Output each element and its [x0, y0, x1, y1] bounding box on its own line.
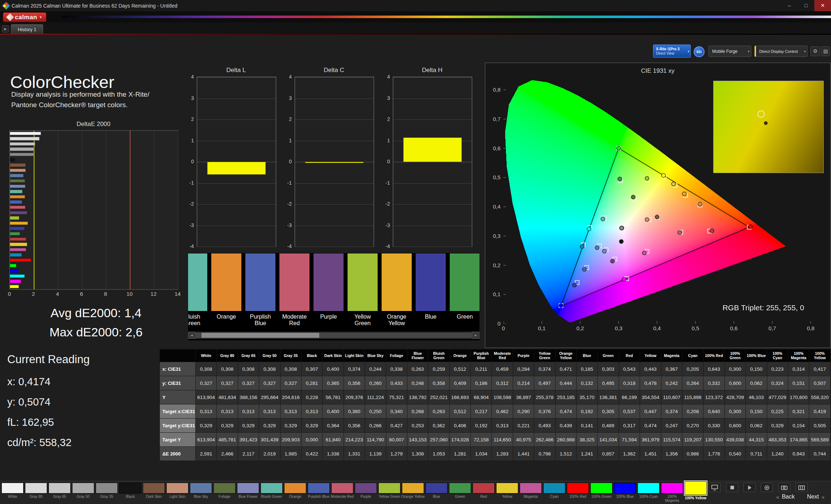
bottom-patch-dark-skin[interactable]: Dark Skin: [142, 483, 166, 503]
x-axis-tick-label: 0: [496, 325, 511, 331]
table-cell: 558,320: [809, 390, 831, 404]
patch-label: Cyan: [543, 495, 566, 499]
table-cell: 0,329: [196, 419, 217, 433]
film-icon[interactable]: [795, 483, 808, 492]
bottom-patch-100-cyan[interactable]: 100% Cyan: [637, 483, 660, 503]
bottom-patch-green[interactable]: Green: [448, 483, 472, 503]
table-cell: 40,975: [513, 433, 534, 447]
table-cell: 1,338: [323, 447, 344, 461]
bottom-patch-red[interactable]: Red: [472, 483, 495, 503]
bottom-patch-gray-80[interactable]: Gray 80: [24, 483, 48, 503]
bottom-patch-100-blue[interactable]: 100% Blue: [613, 483, 637, 503]
bottom-patch-light-skin[interactable]: Light Skin: [166, 483, 189, 503]
bottom-patch-gray-35[interactable]: Gray 35: [95, 483, 119, 503]
meter-connection-button[interactable]: X-Rite i1Pro 3 Direct View ▾: [653, 45, 691, 58]
table-cell: 44,315: [746, 433, 767, 447]
table-cell: 0,512: [449, 362, 470, 376]
bottom-patch-gray-65[interactable]: Gray 65: [48, 483, 71, 503]
table-cell: 170,600: [788, 390, 809, 404]
bottom-patch-bluish-green[interactable]: Bluish Green: [260, 483, 283, 503]
next-button[interactable]: Next »: [807, 494, 824, 500]
workspace-layout-button[interactable]: ▤: [821, 46, 830, 56]
table-cell: 0,376: [534, 404, 555, 419]
table-cell: 1,281: [449, 447, 470, 461]
patch-label: 100% Magenta: [660, 495, 684, 503]
x-axis-tick-label: 0,3: [611, 325, 626, 331]
column-header-bluish-green: Bluish Green: [428, 349, 449, 362]
stop-icon[interactable]: [726, 483, 738, 492]
deltae-bar-gray-50: [10, 147, 34, 151]
scrollbar-track[interactable]: [196, 333, 472, 338]
tab-scroll-button[interactable]: ▶: [2, 25, 9, 33]
camera-icon[interactable]: [778, 483, 790, 492]
bottom-patch-purple[interactable]: Purple: [354, 483, 378, 503]
delta-c-chart-title: Delta C: [295, 67, 373, 74]
bottom-patch-purplish-blue[interactable]: Purplish Blue: [307, 483, 331, 503]
bottom-patch-orange[interactable]: Orange: [283, 483, 307, 503]
bottom-patch-white[interactable]: White: [1, 483, 24, 503]
scroll-right-icon[interactable]: ►: [472, 332, 479, 339]
deltae-bar-gray-80: [10, 137, 40, 140]
strip-patch-green[interactable]: Green: [449, 253, 479, 327]
strip-patch-purplish-blue[interactable]: Purplish Blue: [245, 253, 276, 327]
settings-gear-button[interactable]: ⚙: [810, 46, 820, 56]
table-cell: 0,000: [301, 433, 322, 447]
table-cell: 0,217: [471, 404, 492, 419]
bottom-patch-100-magenta[interactable]: 100% Magenta: [660, 483, 684, 503]
bottom-patch-foliage[interactable]: Foliage: [213, 483, 236, 503]
deltae-bar-orange: [10, 195, 25, 198]
table-cell: 0,266: [365, 419, 386, 433]
x-axis-tick-label: 0,6: [727, 325, 741, 331]
play-icon[interactable]: [743, 483, 756, 492]
back-button[interactable]: « Back: [776, 494, 795, 500]
strip-patch-purple[interactable]: Purple: [313, 253, 344, 327]
column-header-cyan: Cyan: [682, 349, 703, 362]
cie-panel: CIE 1931 xy 0,80,70,60,50,40,30,20,10 00…: [485, 63, 831, 348]
strip-patch-orange[interactable]: Orange: [211, 253, 242, 327]
strip-patch-orange-yellow[interactable]: Orange Yellow: [381, 253, 412, 327]
deltae-bar-red: [10, 238, 26, 241]
bottom-patch-magenta[interactable]: Magenta: [519, 483, 543, 503]
patch-label: 100% Green: [590, 495, 613, 499]
scroll-left-icon[interactable]: ◄: [188, 332, 195, 339]
transport-controls: [709, 483, 808, 492]
patch-swatch: [402, 483, 424, 494]
bottom-patch-blue-sky[interactable]: Blue Sky: [189, 483, 213, 503]
table-cell: 428,709: [724, 390, 745, 404]
pattern-source-button[interactable]: Mobile Forge ▾: [709, 46, 751, 57]
bottom-patch-blue[interactable]: Blue: [425, 483, 448, 503]
bottom-patch-gray-50[interactable]: Gray 50: [71, 483, 95, 503]
bottom-patch-black[interactable]: Black: [119, 483, 142, 503]
maximize-button[interactable]: □: [798, 0, 814, 11]
strip-patch-moderate-red[interactable]: Moderate Red: [279, 253, 310, 327]
tab-history-1[interactable]: History 1: [11, 24, 43, 34]
strip-patch-blue[interactable]: Blue: [415, 253, 446, 327]
bottom-patch-yellow[interactable]: Yellow: [495, 483, 519, 503]
bottom-patch-orange-yellow[interactable]: Orange Yellow: [401, 483, 425, 503]
display-control-button[interactable]: Direct Display Control ▾: [755, 46, 807, 57]
bottom-patch-cyan[interactable]: Cyan: [543, 483, 566, 503]
table-cell: 0,242: [661, 376, 682, 390]
bottom-patch-100-green[interactable]: 100% Green: [590, 483, 613, 503]
close-button[interactable]: ✕: [814, 0, 831, 11]
bottom-patch-blue-flower[interactable]: Blue Flower: [236, 483, 260, 503]
bottom-patch-100-yellow[interactable]: 100% Yellow: [684, 483, 707, 503]
scrollbar-thumb[interactable]: [201, 333, 319, 338]
patch-swatch: [72, 483, 94, 494]
strip-patch-yellow-green[interactable]: Yellow Green: [347, 253, 378, 327]
table-cell: 108,598: [492, 390, 513, 404]
minimize-button[interactable]: –: [781, 0, 798, 11]
record-icon[interactable]: [761, 483, 773, 492]
calman-menu-button[interactable]: calman ▾: [3, 12, 46, 22]
patch-label: 100% Yellow: [684, 496, 707, 500]
table-cell: 0,312: [492, 376, 513, 390]
display-icon[interactable]: [709, 483, 721, 492]
bottom-patch-yellow-green[interactable]: Yellow Green: [378, 483, 401, 503]
table-cell: 35,170: [577, 390, 598, 404]
table-cell: 0,364: [323, 419, 344, 433]
bottom-patch-100-red[interactable]: 100% Red: [566, 483, 590, 503]
deltae-bar-100-red: [10, 259, 31, 262]
bottom-patch-moderate-red[interactable]: Moderate Red: [331, 483, 354, 503]
deltae-bar-dark-skin: [10, 163, 26, 167]
strip-patch-bluish-green[interactable]: Bluish Green: [188, 253, 208, 327]
